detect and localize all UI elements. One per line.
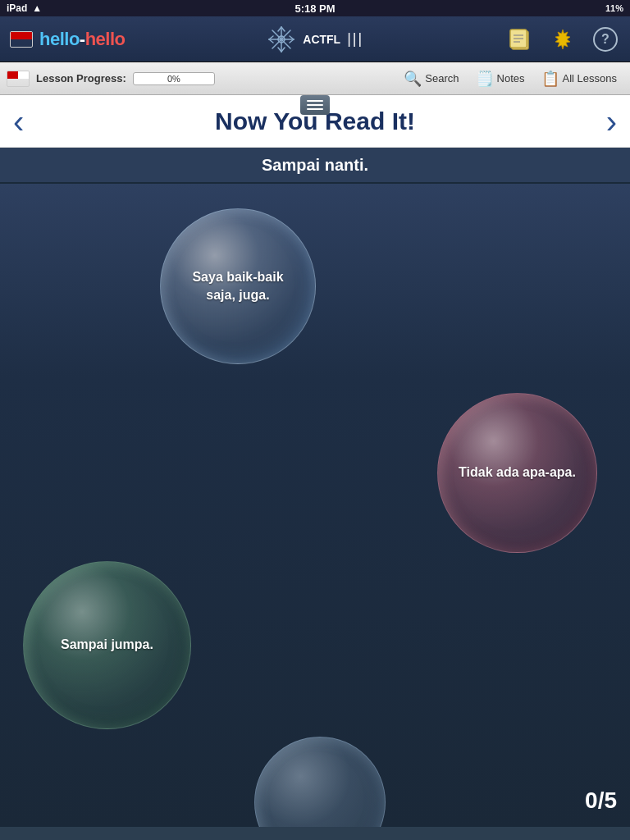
bubble-1-text: Saya baik-baiksaja, juga. xyxy=(185,262,290,312)
wifi-icon: ▲ xyxy=(32,2,42,14)
device-label: iPad xyxy=(7,2,27,14)
all-lessons-label: All Lessons xyxy=(563,72,617,84)
score-text: 0/5 xyxy=(585,788,617,813)
nav-right: ? xyxy=(505,25,620,54)
status-bar: iPad ▲ 5:18 PM 11% xyxy=(0,0,630,16)
next-button[interactable]: › xyxy=(606,105,617,138)
bubble-3[interactable]: Sampai jumpa. xyxy=(23,561,191,729)
all-lessons-icon: 📋 xyxy=(541,70,559,88)
search-button[interactable]: 🔍 Search xyxy=(397,66,465,91)
actfl-label: ACTFL xyxy=(303,33,340,46)
score-display: 0/5 xyxy=(585,788,617,814)
bubble-4-text xyxy=(313,796,326,809)
all-lessons-button[interactable]: 📋 All Lessons xyxy=(535,66,623,91)
search-label: Search xyxy=(425,72,459,84)
prev-button[interactable]: ‹ xyxy=(13,105,24,138)
logo-hello: hello xyxy=(39,29,80,49)
flag-icon xyxy=(10,31,33,48)
nav-center: ACTFL ||| xyxy=(267,25,363,54)
bubble-2[interactable]: Tidak ada apa-apa. xyxy=(437,393,597,553)
notes-label: Notes xyxy=(497,72,525,84)
notes-icon-button[interactable] xyxy=(505,25,535,54)
menu-line-3 xyxy=(307,108,323,110)
notes-button[interactable]: 🗒️ Notes xyxy=(469,66,532,91)
battery-display: 11% xyxy=(605,3,623,13)
top-nav: hello-hello xyxy=(0,16,630,62)
lesson-progress-area: Lesson Progress: 0% xyxy=(7,71,215,87)
menu-line-1 xyxy=(307,100,323,102)
toolbar: Lesson Progress: 0% 🔍 Search 🗒️ Notes 📋 … xyxy=(0,62,630,95)
snowflake-icon xyxy=(267,25,296,54)
progress-text: 0% xyxy=(167,74,180,84)
progress-bar: 0% xyxy=(133,72,215,85)
section-phrase: Sampai nanti. xyxy=(262,156,368,175)
menu-button[interactable] xyxy=(300,95,330,115)
bubble-2-text: Tidak ada apa-apa. xyxy=(452,457,582,488)
main-content: Saya baik-baiksaja, juga. Tidak ada apa-… xyxy=(0,184,630,827)
bubble-3-text: Sampai jumpa. xyxy=(54,629,160,660)
toolbar-flag xyxy=(7,71,30,87)
settings-icon-button[interactable] xyxy=(548,25,578,54)
logo-text: hello-hello xyxy=(39,29,126,50)
bubble-4[interactable] xyxy=(254,737,386,827)
logo-area[interactable]: hello-hello xyxy=(10,29,126,50)
toolbar-right: 🔍 Search 🗒️ Notes 📋 All Lessons xyxy=(397,66,623,91)
help-icon-button[interactable]: ? xyxy=(591,25,620,54)
notes-icon: 🗒️ xyxy=(476,70,494,88)
search-icon: 🔍 xyxy=(404,70,422,88)
bars-icon: ||| xyxy=(347,30,363,48)
bubble-1[interactable]: Saya baik-baiksaja, juga. xyxy=(160,208,316,364)
section-header: Sampai nanti. xyxy=(0,148,630,184)
menu-line-2 xyxy=(307,104,323,106)
lesson-progress-label: Lesson Progress: xyxy=(36,72,126,84)
help-circle: ? xyxy=(593,27,618,52)
time-display: 5:18 PM xyxy=(294,2,335,15)
